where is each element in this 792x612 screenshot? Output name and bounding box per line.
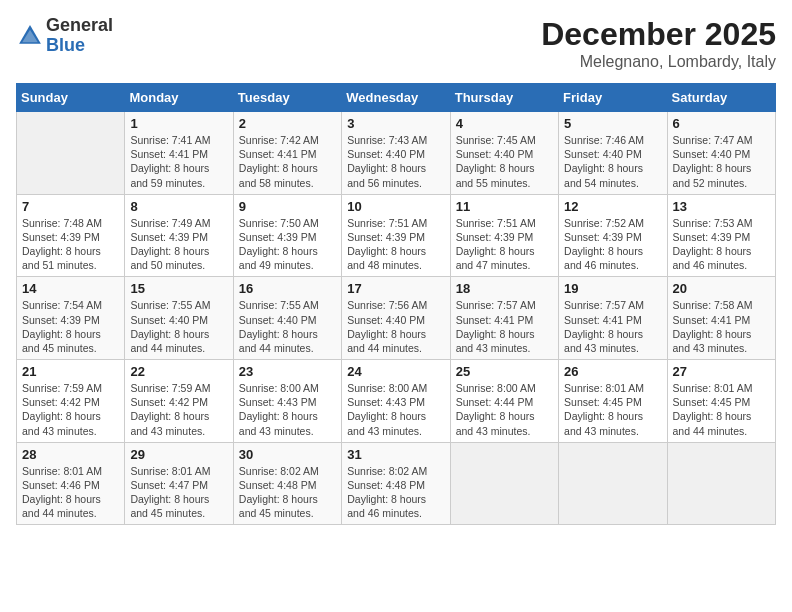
day-number: 25 [456,364,553,379]
day-info: Sunrise: 7:54 AMSunset: 4:39 PMDaylight:… [22,298,119,355]
day-number: 13 [673,199,770,214]
calendar-cell: 12Sunrise: 7:52 AMSunset: 4:39 PMDayligh… [559,194,667,277]
calendar-cell: 23Sunrise: 8:00 AMSunset: 4:43 PMDayligh… [233,360,341,443]
day-number: 29 [130,447,227,462]
day-info: Sunrise: 7:59 AMSunset: 4:42 PMDaylight:… [130,381,227,438]
day-info: Sunrise: 7:59 AMSunset: 4:42 PMDaylight:… [22,381,119,438]
calendar-cell: 30Sunrise: 8:02 AMSunset: 4:48 PMDayligh… [233,442,341,525]
day-number: 19 [564,281,661,296]
calendar-cell: 9Sunrise: 7:50 AMSunset: 4:39 PMDaylight… [233,194,341,277]
day-info: Sunrise: 7:46 AMSunset: 4:40 PMDaylight:… [564,133,661,190]
day-number: 23 [239,364,336,379]
calendar-cell: 7Sunrise: 7:48 AMSunset: 4:39 PMDaylight… [17,194,125,277]
calendar-cell [450,442,558,525]
calendar-cell: 10Sunrise: 7:51 AMSunset: 4:39 PMDayligh… [342,194,450,277]
day-info: Sunrise: 8:01 AMSunset: 4:45 PMDaylight:… [564,381,661,438]
day-number: 11 [456,199,553,214]
day-number: 10 [347,199,444,214]
weekday-header-wednesday: Wednesday [342,84,450,112]
day-number: 4 [456,116,553,131]
month-title: December 2025 [541,16,776,53]
calendar-cell: 31Sunrise: 8:02 AMSunset: 4:48 PMDayligh… [342,442,450,525]
weekday-header-friday: Friday [559,84,667,112]
calendar-cell: 17Sunrise: 7:56 AMSunset: 4:40 PMDayligh… [342,277,450,360]
day-info: Sunrise: 7:57 AMSunset: 4:41 PMDaylight:… [564,298,661,355]
day-info: Sunrise: 7:58 AMSunset: 4:41 PMDaylight:… [673,298,770,355]
calendar-table: SundayMondayTuesdayWednesdayThursdayFrid… [16,83,776,525]
weekday-header-monday: Monday [125,84,233,112]
day-info: Sunrise: 7:47 AMSunset: 4:40 PMDaylight:… [673,133,770,190]
day-number: 31 [347,447,444,462]
calendar-cell: 27Sunrise: 8:01 AMSunset: 4:45 PMDayligh… [667,360,775,443]
day-number: 8 [130,199,227,214]
day-info: Sunrise: 7:48 AMSunset: 4:39 PMDaylight:… [22,216,119,273]
day-number: 20 [673,281,770,296]
day-info: Sunrise: 7:52 AMSunset: 4:39 PMDaylight:… [564,216,661,273]
weekday-header-tuesday: Tuesday [233,84,341,112]
calendar-cell: 16Sunrise: 7:55 AMSunset: 4:40 PMDayligh… [233,277,341,360]
day-number: 26 [564,364,661,379]
calendar-cell: 19Sunrise: 7:57 AMSunset: 4:41 PMDayligh… [559,277,667,360]
calendar-cell: 18Sunrise: 7:57 AMSunset: 4:41 PMDayligh… [450,277,558,360]
day-info: Sunrise: 7:51 AMSunset: 4:39 PMDaylight:… [456,216,553,273]
calendar-cell: 15Sunrise: 7:55 AMSunset: 4:40 PMDayligh… [125,277,233,360]
day-info: Sunrise: 7:50 AMSunset: 4:39 PMDaylight:… [239,216,336,273]
day-info: Sunrise: 8:00 AMSunset: 4:43 PMDaylight:… [239,381,336,438]
day-number: 14 [22,281,119,296]
logo-icon [16,22,44,50]
calendar-cell: 3Sunrise: 7:43 AMSunset: 4:40 PMDaylight… [342,112,450,195]
calendar-cell: 21Sunrise: 7:59 AMSunset: 4:42 PMDayligh… [17,360,125,443]
calendar-cell: 11Sunrise: 7:51 AMSunset: 4:39 PMDayligh… [450,194,558,277]
calendar-cell: 22Sunrise: 7:59 AMSunset: 4:42 PMDayligh… [125,360,233,443]
day-number: 21 [22,364,119,379]
day-info: Sunrise: 8:02 AMSunset: 4:48 PMDaylight:… [347,464,444,521]
day-info: Sunrise: 7:41 AMSunset: 4:41 PMDaylight:… [130,133,227,190]
logo: General Blue [16,16,113,56]
calendar-cell: 20Sunrise: 7:58 AMSunset: 4:41 PMDayligh… [667,277,775,360]
weekday-header-saturday: Saturday [667,84,775,112]
day-number: 6 [673,116,770,131]
calendar-cell [667,442,775,525]
day-info: Sunrise: 7:53 AMSunset: 4:39 PMDaylight:… [673,216,770,273]
day-info: Sunrise: 7:43 AMSunset: 4:40 PMDaylight:… [347,133,444,190]
calendar-cell: 5Sunrise: 7:46 AMSunset: 4:40 PMDaylight… [559,112,667,195]
day-number: 17 [347,281,444,296]
calendar-cell: 29Sunrise: 8:01 AMSunset: 4:47 PMDayligh… [125,442,233,525]
day-number: 3 [347,116,444,131]
weekday-header-sunday: Sunday [17,84,125,112]
day-number: 12 [564,199,661,214]
day-info: Sunrise: 7:42 AMSunset: 4:41 PMDaylight:… [239,133,336,190]
calendar-cell: 24Sunrise: 8:00 AMSunset: 4:43 PMDayligh… [342,360,450,443]
day-number: 24 [347,364,444,379]
day-number: 2 [239,116,336,131]
day-number: 16 [239,281,336,296]
calendar-cell: 6Sunrise: 7:47 AMSunset: 4:40 PMDaylight… [667,112,775,195]
day-info: Sunrise: 7:49 AMSunset: 4:39 PMDaylight:… [130,216,227,273]
location-title: Melegnano, Lombardy, Italy [541,53,776,71]
day-number: 22 [130,364,227,379]
day-number: 27 [673,364,770,379]
logo-text: General Blue [46,16,113,56]
calendar-header-row: SundayMondayTuesdayWednesdayThursdayFrid… [17,84,776,112]
day-info: Sunrise: 7:57 AMSunset: 4:41 PMDaylight:… [456,298,553,355]
day-info: Sunrise: 8:01 AMSunset: 4:47 PMDaylight:… [130,464,227,521]
calendar-cell: 2Sunrise: 7:42 AMSunset: 4:41 PMDaylight… [233,112,341,195]
day-info: Sunrise: 8:00 AMSunset: 4:43 PMDaylight:… [347,381,444,438]
calendar-cell [559,442,667,525]
day-number: 28 [22,447,119,462]
day-number: 7 [22,199,119,214]
calendar-week-row: 7Sunrise: 7:48 AMSunset: 4:39 PMDaylight… [17,194,776,277]
day-info: Sunrise: 8:01 AMSunset: 4:46 PMDaylight:… [22,464,119,521]
day-info: Sunrise: 7:55 AMSunset: 4:40 PMDaylight:… [239,298,336,355]
calendar-cell [17,112,125,195]
calendar-week-row: 21Sunrise: 7:59 AMSunset: 4:42 PMDayligh… [17,360,776,443]
calendar-cell: 8Sunrise: 7:49 AMSunset: 4:39 PMDaylight… [125,194,233,277]
day-number: 18 [456,281,553,296]
calendar-week-row: 28Sunrise: 8:01 AMSunset: 4:46 PMDayligh… [17,442,776,525]
day-info: Sunrise: 7:56 AMSunset: 4:40 PMDaylight:… [347,298,444,355]
page-header: General Blue December 2025 Melegnano, Lo… [16,16,776,71]
day-number: 30 [239,447,336,462]
day-number: 9 [239,199,336,214]
calendar-cell: 14Sunrise: 7:54 AMSunset: 4:39 PMDayligh… [17,277,125,360]
calendar-week-row: 1Sunrise: 7:41 AMSunset: 4:41 PMDaylight… [17,112,776,195]
